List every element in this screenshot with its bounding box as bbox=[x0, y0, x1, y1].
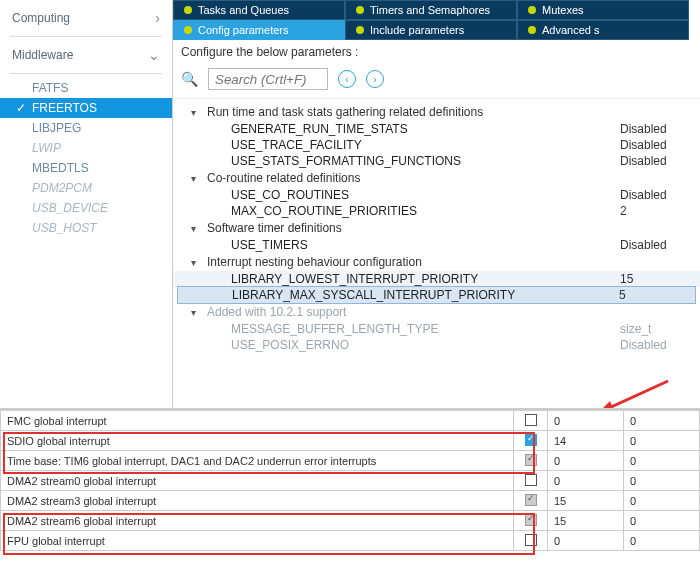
subpriority-cell[interactable]: 0 bbox=[624, 531, 700, 551]
tab-mutexes[interactable]: Mutexes bbox=[517, 0, 689, 20]
tabs: Tasks and QueuesTimers and SemaphoresMut… bbox=[173, 0, 700, 40]
bullet-icon bbox=[528, 26, 536, 34]
interrupt-name: DMA2 stream3 global interrupt bbox=[1, 491, 514, 511]
group-title: Co-routine related definitions bbox=[207, 171, 360, 185]
parameter-value: Disabled bbox=[620, 138, 692, 152]
group-header[interactable]: ▾Software timer definitions bbox=[173, 219, 700, 237]
table-row[interactable]: FPU global interrupt00 bbox=[1, 531, 700, 551]
tab-tasks-and-queues[interactable]: Tasks and Queues bbox=[173, 0, 345, 20]
parameter-label: MESSAGE_BUFFER_LENGTH_TYPE bbox=[231, 322, 620, 336]
parameter-label: GENERATE_RUN_TIME_STATS bbox=[231, 122, 620, 136]
interrupt-name: FPU global interrupt bbox=[1, 531, 514, 551]
table-row[interactable]: Time base: TIM6 global interrupt, DAC1 a… bbox=[1, 451, 700, 471]
group-header[interactable]: ▾Run time and task stats gathering relat… bbox=[173, 103, 700, 121]
config-heading: Configure the below parameters : bbox=[173, 40, 700, 64]
enable-cell bbox=[514, 471, 548, 491]
checkbox[interactable] bbox=[525, 514, 537, 526]
sidebar-category-middleware[interactable]: Middleware ⌄ bbox=[0, 41, 172, 69]
bullet-icon bbox=[184, 6, 192, 14]
sidebar-category-computing[interactable]: Computing › bbox=[0, 4, 172, 32]
parameter-row[interactable]: LIBRARY_MAX_SYSCALL_INTERRUPT_PRIORITY5 bbox=[177, 286, 696, 304]
parameter-row[interactable]: USE_CO_ROUTINESDisabled bbox=[173, 187, 700, 203]
subpriority-cell[interactable]: 0 bbox=[624, 491, 700, 511]
sidebar-item-usb_device[interactable]: USB_DEVICE bbox=[0, 198, 172, 218]
priority-cell[interactable]: 15 bbox=[548, 511, 624, 531]
subpriority-cell[interactable]: 0 bbox=[624, 511, 700, 531]
sidebar-item-mbedtls[interactable]: MBEDTLS bbox=[0, 158, 172, 178]
sidebar-item-usb_host[interactable]: USB_HOST bbox=[0, 218, 172, 238]
search-input[interactable] bbox=[208, 68, 328, 90]
bullet-icon bbox=[356, 26, 364, 34]
parameter-row[interactable]: USE_STATS_FORMATTING_FUNCTIONSDisabled bbox=[173, 153, 700, 169]
priority-cell[interactable]: 0 bbox=[548, 471, 624, 491]
group-header[interactable]: ▾Interrupt nesting behaviour configurati… bbox=[173, 253, 700, 271]
checkbox[interactable] bbox=[525, 454, 537, 466]
table-row[interactable]: FMC global interrupt00 bbox=[1, 411, 700, 431]
table-row[interactable]: SDIO global interrupt140 bbox=[1, 431, 700, 451]
parameter-label: LIBRARY_MAX_SYSCALL_INTERRUPT_PRIORITY bbox=[232, 288, 619, 302]
sidebar-item-fatfs[interactable]: FATFS bbox=[0, 78, 172, 98]
tab-timers-and-semaphores[interactable]: Timers and Semaphores bbox=[345, 0, 517, 20]
parameter-row[interactable]: USE_TRACE_FACILITYDisabled bbox=[173, 137, 700, 153]
parameter-label: USE_POSIX_ERRNO bbox=[231, 338, 620, 352]
sidebar: Computing › Middleware ⌄ FATFSFREERTOSLI… bbox=[0, 0, 173, 408]
annotation-arrow-icon bbox=[590, 379, 670, 408]
checkbox[interactable] bbox=[525, 534, 537, 546]
parameter-row[interactable]: USE_POSIX_ERRNODisabled bbox=[173, 337, 700, 353]
enable-cell bbox=[514, 511, 548, 531]
interrupt-name: Time base: TIM6 global interrupt, DAC1 a… bbox=[1, 451, 514, 471]
group-header[interactable]: ▾Co-routine related definitions bbox=[173, 169, 700, 187]
subpriority-cell[interactable]: 0 bbox=[624, 431, 700, 451]
tab-label: Advanced s bbox=[542, 24, 599, 36]
tab-label: Tasks and Queues bbox=[198, 4, 289, 16]
parameter-value: Disabled bbox=[620, 122, 692, 136]
tab-include-parameters[interactable]: Include parameters bbox=[345, 20, 517, 40]
sidebar-item-freertos[interactable]: FREERTOS bbox=[0, 98, 172, 118]
parameter-row[interactable]: LIBRARY_LOWEST_INTERRUPT_PRIORITY15 bbox=[173, 271, 700, 287]
chevron-down-icon: ▾ bbox=[191, 307, 201, 318]
subpriority-cell[interactable]: 0 bbox=[624, 471, 700, 491]
parameter-label: MAX_CO_ROUTINE_PRIORITIES bbox=[231, 204, 620, 218]
svg-marker-1 bbox=[598, 401, 614, 408]
tab-config-parameters[interactable]: Config parameters bbox=[173, 20, 345, 40]
parameter-value: Disabled bbox=[620, 338, 692, 352]
group-title: Interrupt nesting behaviour configuratio… bbox=[207, 255, 422, 269]
priority-cell[interactable]: 0 bbox=[548, 411, 624, 431]
parameter-row[interactable]: MAX_CO_ROUTINE_PRIORITIES2 bbox=[173, 203, 700, 219]
checkbox[interactable] bbox=[525, 474, 537, 486]
priority-cell[interactable]: 0 bbox=[548, 531, 624, 551]
parameter-value: size_t bbox=[620, 322, 692, 336]
parameter-row[interactable]: GENERATE_RUN_TIME_STATSDisabled bbox=[173, 121, 700, 137]
parameter-row[interactable]: USE_TIMERSDisabled bbox=[173, 237, 700, 253]
table-row[interactable]: DMA2 stream6 global interrupt150 bbox=[1, 511, 700, 531]
search-next-button[interactable]: › bbox=[366, 70, 384, 88]
checkbox[interactable] bbox=[525, 434, 537, 446]
tab-label: Timers and Semaphores bbox=[370, 4, 490, 16]
parameter-tree[interactable]: ▾Run time and task stats gathering relat… bbox=[173, 99, 700, 408]
table-row[interactable]: DMA2 stream0 global interrupt00 bbox=[1, 471, 700, 491]
checkbox[interactable] bbox=[525, 494, 537, 506]
priority-cell[interactable]: 15 bbox=[548, 491, 624, 511]
checkbox[interactable] bbox=[525, 414, 537, 426]
sidebar-item-libjpeg[interactable]: LIBJPEG bbox=[0, 118, 172, 138]
subpriority-cell[interactable]: 0 bbox=[624, 451, 700, 471]
chevron-right-icon: › bbox=[155, 10, 160, 26]
priority-cell[interactable]: 0 bbox=[548, 451, 624, 471]
sidebar-item-lwip[interactable]: LWIP bbox=[0, 138, 172, 158]
chevron-down-icon: ▾ bbox=[191, 107, 201, 118]
priority-cell[interactable]: 14 bbox=[548, 431, 624, 451]
group-header[interactable]: ▾Added with 10.2.1 support bbox=[173, 303, 700, 321]
enable-cell bbox=[514, 451, 548, 471]
search-prev-button[interactable]: ‹ bbox=[338, 70, 356, 88]
sidebar-item-pdm2pcm[interactable]: PDM2PCM bbox=[0, 178, 172, 198]
sidebar-category-label: Middleware bbox=[12, 48, 73, 62]
table-row[interactable]: DMA2 stream3 global interrupt150 bbox=[1, 491, 700, 511]
tab-advanced-s[interactable]: Advanced s bbox=[517, 20, 689, 40]
parameter-label: USE_STATS_FORMATTING_FUNCTIONS bbox=[231, 154, 620, 168]
parameter-value: Disabled bbox=[620, 238, 692, 252]
parameter-value: 15 bbox=[620, 272, 692, 286]
parameter-row[interactable]: MESSAGE_BUFFER_LENGTH_TYPEsize_t bbox=[173, 321, 700, 337]
subpriority-cell[interactable]: 0 bbox=[624, 411, 700, 431]
interrupt-table: FMC global interrupt00SDIO global interr… bbox=[0, 408, 700, 551]
parameter-value: Disabled bbox=[620, 188, 692, 202]
